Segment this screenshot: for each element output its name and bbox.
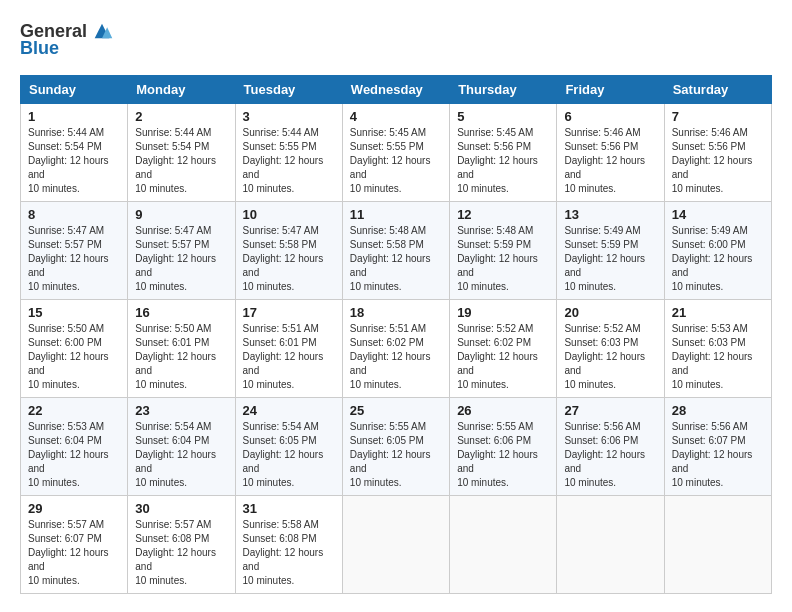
calendar-cell [342, 496, 449, 594]
day-number: 15 [28, 305, 120, 320]
weekday-header-row: SundayMondayTuesdayWednesdayThursdayFrid… [21, 76, 772, 104]
weekday-header-friday: Friday [557, 76, 664, 104]
day-number: 17 [243, 305, 335, 320]
logo: General Blue [20, 20, 113, 59]
weekday-header-saturday: Saturday [664, 76, 771, 104]
calendar-cell: 12 Sunrise: 5:48 AM Sunset: 5:59 PM Dayl… [450, 202, 557, 300]
calendar-table: SundayMondayTuesdayWednesdayThursdayFrid… [20, 75, 772, 594]
calendar-cell: 19 Sunrise: 5:52 AM Sunset: 6:02 PM Dayl… [450, 300, 557, 398]
day-info: Sunrise: 5:54 AM Sunset: 6:05 PM Dayligh… [243, 420, 335, 490]
day-info: Sunrise: 5:51 AM Sunset: 6:01 PM Dayligh… [243, 322, 335, 392]
calendar-cell: 16 Sunrise: 5:50 AM Sunset: 6:01 PM Dayl… [128, 300, 235, 398]
day-number: 31 [243, 501, 335, 516]
calendar-cell: 8 Sunrise: 5:47 AM Sunset: 5:57 PM Dayli… [21, 202, 128, 300]
calendar-cell: 4 Sunrise: 5:45 AM Sunset: 5:55 PM Dayli… [342, 104, 449, 202]
calendar-week-row: 1 Sunrise: 5:44 AM Sunset: 5:54 PM Dayli… [21, 104, 772, 202]
day-number: 2 [135, 109, 227, 124]
day-info: Sunrise: 5:53 AM Sunset: 6:03 PM Dayligh… [672, 322, 764, 392]
day-info: Sunrise: 5:44 AM Sunset: 5:54 PM Dayligh… [28, 126, 120, 196]
day-info: Sunrise: 5:56 AM Sunset: 6:07 PM Dayligh… [672, 420, 764, 490]
weekday-header-tuesday: Tuesday [235, 76, 342, 104]
calendar-cell: 10 Sunrise: 5:47 AM Sunset: 5:58 PM Dayl… [235, 202, 342, 300]
day-number: 26 [457, 403, 549, 418]
calendar-cell: 25 Sunrise: 5:55 AM Sunset: 6:05 PM Dayl… [342, 398, 449, 496]
calendar-cell: 20 Sunrise: 5:52 AM Sunset: 6:03 PM Dayl… [557, 300, 664, 398]
day-number: 5 [457, 109, 549, 124]
day-number: 11 [350, 207, 442, 222]
day-info: Sunrise: 5:47 AM Sunset: 5:57 PM Dayligh… [135, 224, 227, 294]
day-info: Sunrise: 5:57 AM Sunset: 6:07 PM Dayligh… [28, 518, 120, 588]
day-info: Sunrise: 5:45 AM Sunset: 5:55 PM Dayligh… [350, 126, 442, 196]
calendar-cell: 27 Sunrise: 5:56 AM Sunset: 6:06 PM Dayl… [557, 398, 664, 496]
day-number: 18 [350, 305, 442, 320]
day-info: Sunrise: 5:48 AM Sunset: 5:58 PM Dayligh… [350, 224, 442, 294]
calendar-cell: 28 Sunrise: 5:56 AM Sunset: 6:07 PM Dayl… [664, 398, 771, 496]
day-number: 10 [243, 207, 335, 222]
calendar-cell: 31 Sunrise: 5:58 AM Sunset: 6:08 PM Dayl… [235, 496, 342, 594]
calendar-cell [450, 496, 557, 594]
day-info: Sunrise: 5:55 AM Sunset: 6:06 PM Dayligh… [457, 420, 549, 490]
day-info: Sunrise: 5:44 AM Sunset: 5:55 PM Dayligh… [243, 126, 335, 196]
day-number: 16 [135, 305, 227, 320]
day-info: Sunrise: 5:48 AM Sunset: 5:59 PM Dayligh… [457, 224, 549, 294]
day-info: Sunrise: 5:55 AM Sunset: 6:05 PM Dayligh… [350, 420, 442, 490]
calendar-cell: 14 Sunrise: 5:49 AM Sunset: 6:00 PM Dayl… [664, 202, 771, 300]
day-number: 21 [672, 305, 764, 320]
day-info: Sunrise: 5:46 AM Sunset: 5:56 PM Dayligh… [672, 126, 764, 196]
calendar-cell: 7 Sunrise: 5:46 AM Sunset: 5:56 PM Dayli… [664, 104, 771, 202]
day-info: Sunrise: 5:46 AM Sunset: 5:56 PM Dayligh… [564, 126, 656, 196]
calendar-cell: 9 Sunrise: 5:47 AM Sunset: 5:57 PM Dayli… [128, 202, 235, 300]
logo-blue: Blue [20, 38, 59, 59]
day-info: Sunrise: 5:52 AM Sunset: 6:03 PM Dayligh… [564, 322, 656, 392]
day-info: Sunrise: 5:49 AM Sunset: 6:00 PM Dayligh… [672, 224, 764, 294]
calendar-week-row: 22 Sunrise: 5:53 AM Sunset: 6:04 PM Dayl… [21, 398, 772, 496]
calendar-cell: 15 Sunrise: 5:50 AM Sunset: 6:00 PM Dayl… [21, 300, 128, 398]
weekday-header-wednesday: Wednesday [342, 76, 449, 104]
page-header: General Blue [20, 20, 772, 59]
day-number: 3 [243, 109, 335, 124]
day-info: Sunrise: 5:56 AM Sunset: 6:06 PM Dayligh… [564, 420, 656, 490]
day-number: 22 [28, 403, 120, 418]
calendar-cell: 29 Sunrise: 5:57 AM Sunset: 6:07 PM Dayl… [21, 496, 128, 594]
day-info: Sunrise: 5:50 AM Sunset: 6:00 PM Dayligh… [28, 322, 120, 392]
day-info: Sunrise: 5:45 AM Sunset: 5:56 PM Dayligh… [457, 126, 549, 196]
day-number: 30 [135, 501, 227, 516]
day-number: 27 [564, 403, 656, 418]
day-number: 20 [564, 305, 656, 320]
day-info: Sunrise: 5:51 AM Sunset: 6:02 PM Dayligh… [350, 322, 442, 392]
day-number: 14 [672, 207, 764, 222]
logo-icon [91, 20, 113, 42]
day-number: 19 [457, 305, 549, 320]
day-info: Sunrise: 5:53 AM Sunset: 6:04 PM Dayligh… [28, 420, 120, 490]
calendar-cell: 11 Sunrise: 5:48 AM Sunset: 5:58 PM Dayl… [342, 202, 449, 300]
calendar-cell: 17 Sunrise: 5:51 AM Sunset: 6:01 PM Dayl… [235, 300, 342, 398]
day-number: 25 [350, 403, 442, 418]
day-info: Sunrise: 5:50 AM Sunset: 6:01 PM Dayligh… [135, 322, 227, 392]
day-number: 29 [28, 501, 120, 516]
weekday-header-sunday: Sunday [21, 76, 128, 104]
calendar-cell: 22 Sunrise: 5:53 AM Sunset: 6:04 PM Dayl… [21, 398, 128, 496]
calendar-cell: 23 Sunrise: 5:54 AM Sunset: 6:04 PM Dayl… [128, 398, 235, 496]
day-info: Sunrise: 5:47 AM Sunset: 5:57 PM Dayligh… [28, 224, 120, 294]
day-number: 13 [564, 207, 656, 222]
calendar-cell: 26 Sunrise: 5:55 AM Sunset: 6:06 PM Dayl… [450, 398, 557, 496]
day-info: Sunrise: 5:44 AM Sunset: 5:54 PM Dayligh… [135, 126, 227, 196]
day-number: 23 [135, 403, 227, 418]
weekday-header-thursday: Thursday [450, 76, 557, 104]
calendar-cell [664, 496, 771, 594]
day-info: Sunrise: 5:49 AM Sunset: 5:59 PM Dayligh… [564, 224, 656, 294]
day-number: 6 [564, 109, 656, 124]
calendar-cell: 30 Sunrise: 5:57 AM Sunset: 6:08 PM Dayl… [128, 496, 235, 594]
calendar-cell: 1 Sunrise: 5:44 AM Sunset: 5:54 PM Dayli… [21, 104, 128, 202]
day-info: Sunrise: 5:58 AM Sunset: 6:08 PM Dayligh… [243, 518, 335, 588]
calendar-week-row: 29 Sunrise: 5:57 AM Sunset: 6:07 PM Dayl… [21, 496, 772, 594]
day-number: 4 [350, 109, 442, 124]
calendar-cell: 21 Sunrise: 5:53 AM Sunset: 6:03 PM Dayl… [664, 300, 771, 398]
day-number: 24 [243, 403, 335, 418]
calendar-cell: 3 Sunrise: 5:44 AM Sunset: 5:55 PM Dayli… [235, 104, 342, 202]
day-info: Sunrise: 5:54 AM Sunset: 6:04 PM Dayligh… [135, 420, 227, 490]
calendar-week-row: 15 Sunrise: 5:50 AM Sunset: 6:00 PM Dayl… [21, 300, 772, 398]
calendar-cell: 6 Sunrise: 5:46 AM Sunset: 5:56 PM Dayli… [557, 104, 664, 202]
calendar-cell: 2 Sunrise: 5:44 AM Sunset: 5:54 PM Dayli… [128, 104, 235, 202]
calendar-cell: 18 Sunrise: 5:51 AM Sunset: 6:02 PM Dayl… [342, 300, 449, 398]
